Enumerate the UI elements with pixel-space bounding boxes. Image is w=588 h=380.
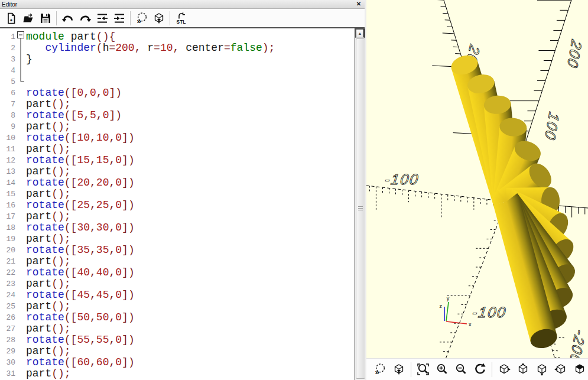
view-right-button[interactable] xyxy=(497,362,512,377)
toolbar-separator xyxy=(492,362,492,377)
code-line: 19part(); xyxy=(0,233,354,245)
code-line: 31part(); xyxy=(0,368,354,379)
line-number: 18 xyxy=(0,222,17,233)
line-number: 29 xyxy=(0,346,17,357)
open-button[interactable] xyxy=(20,10,36,26)
toolbar-separator xyxy=(130,11,131,25)
line-number: 31 xyxy=(0,368,17,379)
code-text: rotate([60,60,0]) xyxy=(26,357,135,368)
code-line: 22rotate([40,40,0]) xyxy=(0,267,354,278)
code-text: part(); xyxy=(26,278,71,290)
render-button[interactable] xyxy=(392,362,407,377)
fold-gutter xyxy=(17,155,26,166)
code-text: rotate([25,25,0]) xyxy=(26,200,135,211)
zoom-all-icon xyxy=(417,363,430,376)
export-stl-button[interactable]: STL xyxy=(173,10,189,26)
code-text: part(); xyxy=(26,99,71,110)
line-number: 25 xyxy=(0,301,17,312)
line-number: 15 xyxy=(0,189,17,200)
3d-viewport[interactable]: 200200100-100-100-200yzx xyxy=(366,0,588,359)
zoom-in-button[interactable] xyxy=(435,362,450,377)
line-number: 23 xyxy=(0,278,17,290)
fold-gutter xyxy=(17,278,26,290)
axis-widget-x-label: x xyxy=(469,321,472,327)
render-icon xyxy=(152,12,165,25)
line-number: 27 xyxy=(0,323,17,334)
code-text: rotate([35,35,0]) xyxy=(26,245,135,256)
code-text: } xyxy=(26,54,33,65)
scrollbar-up-arrow[interactable]: ▲ xyxy=(355,28,365,38)
line-number: 6 xyxy=(0,87,17,99)
close-editor-button[interactable]: ✕ xyxy=(355,1,363,8)
fold-gutter xyxy=(17,110,26,121)
axis-widget-z-label: z xyxy=(440,303,443,309)
openscad-window: Editor ✕ ✦»STL 1module part(){2 cylinder… xyxy=(0,0,588,380)
ruler-label: -100 xyxy=(384,171,420,187)
fold-gutter xyxy=(17,144,26,155)
code-text: part(); xyxy=(26,346,71,357)
unindent-button[interactable] xyxy=(94,10,110,26)
view-left-button[interactable] xyxy=(554,362,568,377)
code-text: part(); xyxy=(26,301,71,312)
fold-gutter xyxy=(17,346,26,357)
editor-titlebar: Editor ✕ xyxy=(0,0,365,9)
ruler-label: 200 xyxy=(564,37,585,71)
line-number: 4 xyxy=(0,65,17,76)
code-line: 20rotate([35,35,0]) xyxy=(0,245,354,256)
code-line: 13part(); xyxy=(0,166,354,177)
3d-viewport-panel: 200200100-100-100-200yzx » xyxy=(366,0,588,380)
save-button[interactable] xyxy=(37,10,53,26)
indent-button[interactable] xyxy=(111,10,127,26)
code-text: part(); xyxy=(26,368,71,379)
code-line: 15part(); xyxy=(0,189,354,200)
fold-gutter xyxy=(17,65,26,76)
code-text: part(); xyxy=(26,121,71,132)
line-number: 14 xyxy=(0,177,17,189)
code-line: 16rotate([25,25,0]) xyxy=(0,200,354,211)
preview-button[interactable]: » xyxy=(373,362,388,377)
undo-button[interactable] xyxy=(60,10,76,26)
fold-gutter xyxy=(17,87,26,99)
preview-icon: » xyxy=(373,363,386,376)
code-text: rotate([30,30,0]) xyxy=(26,222,135,233)
fold-gutter xyxy=(17,301,26,312)
save-icon xyxy=(39,12,52,25)
redo-button[interactable] xyxy=(77,10,93,26)
fold-gutter xyxy=(17,99,26,110)
render-icon xyxy=(392,363,405,376)
view-top-button[interactable] xyxy=(516,362,531,377)
preview-button[interactable]: » xyxy=(134,10,150,26)
code-line: 6rotate([0,0,0]) xyxy=(0,87,354,99)
code-line: 24rotate([45,45,0]) xyxy=(0,290,354,301)
code-text: rotate([15,15,0]) xyxy=(26,155,135,166)
code-line: 26rotate([50,50,0]) xyxy=(0,312,354,323)
code-editor[interactable]: 1module part(){2 cylinder(h=200, r=10, c… xyxy=(0,28,354,380)
fold-gutter xyxy=(17,323,26,334)
ruler-label: -200 xyxy=(567,327,588,359)
editor-scrollbar[interactable]: ▲ xyxy=(354,28,365,380)
zoom-all-button[interactable] xyxy=(416,362,431,377)
fold-gutter xyxy=(17,256,26,267)
toolbar-separator xyxy=(56,11,57,25)
new-file-button[interactable]: ✦ xyxy=(3,10,19,26)
code-text: part(); xyxy=(26,233,71,245)
zoom-out-button[interactable] xyxy=(454,362,469,377)
view-left-icon xyxy=(554,363,567,376)
fold-gutter xyxy=(17,200,26,211)
zoom-out-icon xyxy=(454,363,467,376)
code-text: rotate([55,55,0]) xyxy=(26,334,135,346)
reset-view-button[interactable] xyxy=(473,362,488,377)
scrollbar-thumb[interactable] xyxy=(356,38,365,379)
view-bottom-button[interactable] xyxy=(535,362,550,377)
fold-gutter xyxy=(17,245,26,256)
line-number: 16 xyxy=(0,200,17,211)
code-line: 14rotate([20,20,0]) xyxy=(0,177,354,189)
code-line: 1module part(){ xyxy=(0,31,354,43)
render-button[interactable] xyxy=(151,10,167,26)
code-text: part(); xyxy=(26,256,71,267)
line-number: 28 xyxy=(0,334,17,346)
code-line: 17part(); xyxy=(0,211,354,222)
view-front-button[interactable] xyxy=(573,362,587,377)
code-text: rotate([40,40,0]) xyxy=(26,267,135,278)
toolbar-separator xyxy=(170,11,170,25)
